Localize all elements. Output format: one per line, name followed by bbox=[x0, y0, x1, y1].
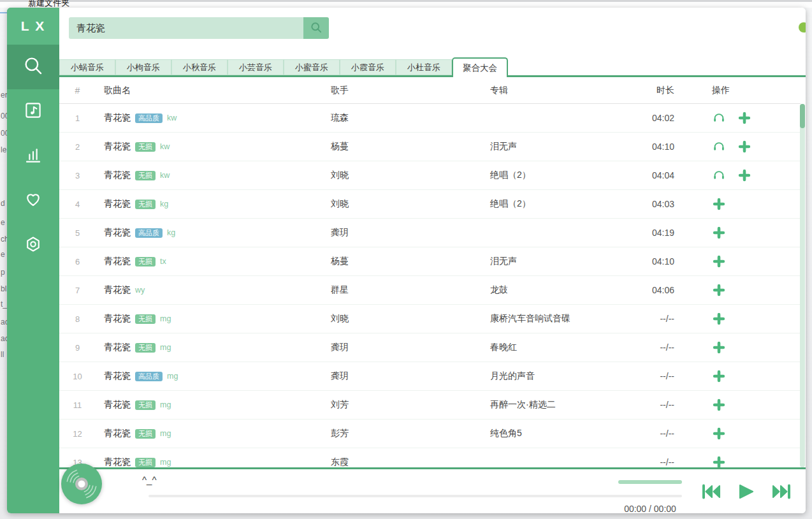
sidebar-item-settings[interactable] bbox=[7, 223, 59, 268]
add-icon[interactable] bbox=[712, 340, 726, 355]
heart-icon bbox=[24, 190, 43, 212]
sidebar-item-leaderboard[interactable] bbox=[7, 134, 59, 179]
listen-icon[interactable] bbox=[712, 111, 726, 125]
desktop-file-fragment: ac bbox=[1, 334, 7, 343]
listen-icon[interactable] bbox=[712, 140, 726, 154]
song-title: 青花瓷 bbox=[104, 141, 131, 152]
search-input[interactable] bbox=[69, 17, 303, 39]
table-row[interactable]: 11 青花瓷 无损 mg 刘芳 再醉一次·精选二 --/-- bbox=[59, 391, 801, 420]
table-row[interactable]: 2 青花瓷 无损 kw 杨蔓 泪无声 04:10 bbox=[59, 133, 801, 161]
add-icon[interactable] bbox=[712, 369, 726, 383]
tab-label: 小芸音乐 bbox=[239, 62, 272, 73]
table-row[interactable]: 13 青花瓷 无损 mg 东霞 --/-- bbox=[59, 448, 801, 467]
row-index: 3 bbox=[59, 171, 96, 180]
table-row[interactable]: 5 青花瓷 高品质 kg 龚玥 04:19 bbox=[59, 219, 801, 247]
table-row[interactable]: 1 青花瓷 高品质 kw 琉森 04:02 bbox=[59, 104, 801, 133]
source-tag: kg bbox=[167, 228, 175, 237]
quality-badge: 无损 bbox=[135, 200, 156, 209]
table-row[interactable]: 4 青花瓷 无损 kg 刘晓 绝唱（2） 04:03 bbox=[59, 190, 801, 219]
progress-bar[interactable] bbox=[149, 495, 682, 497]
add-icon[interactable] bbox=[737, 140, 751, 154]
row-index: 8 bbox=[59, 314, 96, 324]
table-row[interactable]: 7 青花瓷 wy 群星 龙鼓 04:06 bbox=[59, 276, 801, 305]
add-icon[interactable] bbox=[712, 283, 726, 297]
table-row[interactable]: 12 青花瓷 无损 mg 彭芳 纯色角5 --/-- bbox=[59, 420, 801, 448]
scrollbar-track[interactable] bbox=[800, 104, 805, 467]
tab-label: 小霞音乐 bbox=[351, 62, 384, 73]
add-icon[interactable] bbox=[712, 398, 726, 412]
desktop-file-fragment: 00 bbox=[1, 112, 7, 121]
artist-name: 群星 bbox=[331, 284, 490, 296]
quality-badge: 高品质 bbox=[135, 228, 163, 238]
table-row[interactable]: 6 青花瓷 无损 tx 杨蔓 泪无声 04:10 bbox=[59, 247, 801, 276]
duration: --/-- bbox=[649, 400, 685, 410]
next-icon bbox=[771, 483, 792, 502]
tab-label: 小蜗音乐 bbox=[71, 62, 104, 73]
add-icon[interactable] bbox=[712, 312, 726, 326]
add-icon[interactable] bbox=[712, 427, 726, 441]
album-name: 泪无声 bbox=[490, 141, 649, 152]
table-row[interactable]: 3 青花瓷 无损 kw 刘晓 绝唱（2） 04:04 bbox=[59, 161, 801, 190]
header bbox=[59, 8, 806, 57]
scrollbar-thumb[interactable] bbox=[800, 104, 805, 128]
album-name: 春晚红 bbox=[490, 342, 649, 353]
tab[interactable]: 小秋音乐 bbox=[171, 59, 228, 75]
tab[interactable]: 小蜗音乐 bbox=[59, 59, 115, 75]
song-title: 青花瓷 bbox=[104, 256, 131, 267]
duration: 04:04 bbox=[649, 170, 685, 180]
table-row[interactable]: 9 青花瓷 无损 mg 龚玥 春晚红 --/-- bbox=[59, 333, 801, 362]
tab[interactable]: 小枸音乐 bbox=[115, 59, 171, 75]
duration: 04:10 bbox=[649, 256, 685, 267]
duration: 04:02 bbox=[649, 113, 685, 123]
table-row[interactable]: 10 青花瓷 高品质 mg 龚玥 月光的声音 --/-- bbox=[59, 362, 801, 391]
search-icon bbox=[22, 55, 44, 79]
table-header: # 歌曲名 歌手 专辑 时长 操作 bbox=[59, 77, 801, 104]
add-icon[interactable] bbox=[712, 254, 726, 268]
tab[interactable]: 小蜜音乐 bbox=[284, 59, 340, 75]
source-tabs: 小蜗音乐小枸音乐小秋音乐小芸音乐小蜜音乐小霞音乐小杜音乐聚合大会 bbox=[59, 57, 806, 77]
quality-badge: 无损 bbox=[135, 314, 156, 324]
artist-name: 彭芳 bbox=[331, 428, 490, 439]
tab-label: 小枸音乐 bbox=[127, 62, 160, 73]
add-icon[interactable] bbox=[737, 168, 751, 182]
sidebar-item-favorites[interactable] bbox=[7, 179, 59, 223]
duration: --/-- bbox=[649, 371, 685, 381]
play-button[interactable] bbox=[736, 483, 755, 502]
source-tag: mg bbox=[160, 343, 171, 352]
tab[interactable]: 小芸音乐 bbox=[228, 59, 284, 75]
quality-badge: 无损 bbox=[135, 429, 156, 439]
source-tag: tx bbox=[160, 257, 166, 266]
tab-label: 小蜜音乐 bbox=[295, 62, 328, 73]
tab[interactable]: 聚合大会 bbox=[452, 57, 508, 77]
tab[interactable]: 小霞音乐 bbox=[340, 59, 396, 75]
duration: --/-- bbox=[649, 342, 685, 353]
desktop-file-fragment: e bbox=[1, 218, 7, 227]
search-button[interactable] bbox=[303, 17, 329, 39]
song-title: 青花瓷 bbox=[104, 112, 131, 124]
source-tag: kw bbox=[160, 142, 170, 151]
table-row[interactable]: 8 青花瓷 无损 mg 刘晓 康桥汽车音响试音碟 --/-- bbox=[59, 305, 801, 333]
previous-button[interactable] bbox=[701, 483, 721, 502]
listen-icon[interactable] bbox=[712, 168, 726, 182]
now-playing-title: ^_^ bbox=[142, 474, 156, 485]
minimize-button[interactable] bbox=[799, 22, 806, 33]
sidebar-item-my-music[interactable] bbox=[7, 89, 59, 134]
app-logo: L X bbox=[7, 8, 59, 45]
album-disc-icon[interactable] bbox=[61, 463, 103, 508]
quality-badge: 高品质 bbox=[135, 113, 163, 123]
volume-bar[interactable] bbox=[618, 480, 682, 484]
source-tag: mg bbox=[160, 400, 171, 409]
song-title: 青花瓷 bbox=[104, 370, 131, 382]
add-icon[interactable] bbox=[712, 226, 726, 240]
artist-name: 东霞 bbox=[331, 457, 490, 467]
album-name: 康桥汽车音响试音碟 bbox=[490, 313, 649, 325]
source-tag: mg bbox=[167, 372, 178, 381]
desktop-background-bar bbox=[0, 0, 812, 8]
add-icon[interactable] bbox=[712, 455, 726, 467]
next-button[interactable] bbox=[771, 483, 792, 502]
add-icon[interactable] bbox=[737, 111, 751, 125]
add-icon[interactable] bbox=[712, 197, 726, 211]
sidebar-item-search[interactable] bbox=[7, 45, 59, 89]
desktop-file-fragment: t_ bbox=[1, 300, 7, 309]
tab[interactable]: 小杜音乐 bbox=[396, 59, 452, 75]
